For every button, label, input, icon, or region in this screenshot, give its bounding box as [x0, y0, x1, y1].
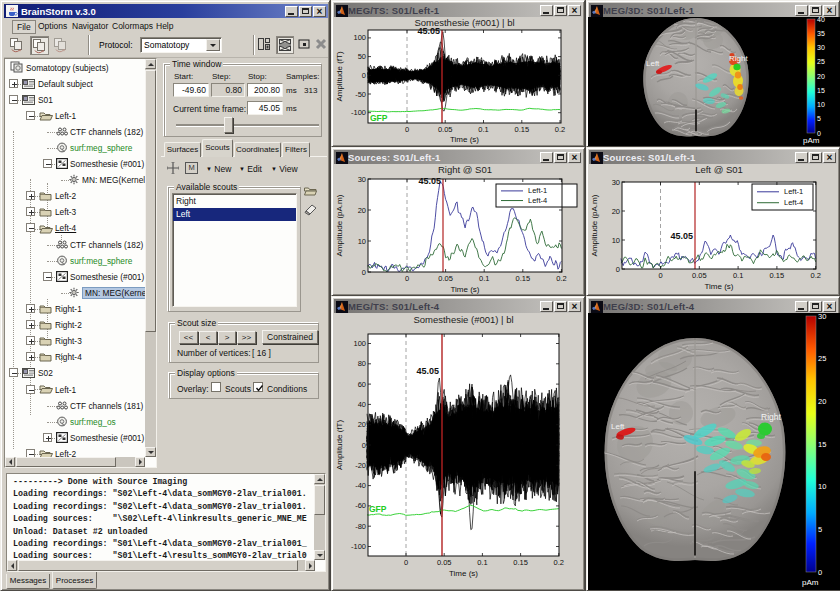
- svg-text:0.15: 0.15: [770, 271, 785, 280]
- svg-text:40: 40: [817, 17, 825, 23]
- svg-text:Somesthesie (#001) | bl: Somesthesie (#001) | bl: [413, 314, 513, 325]
- svg-text:0: 0: [405, 274, 409, 283]
- svg-text:0.1: 0.1: [733, 271, 743, 280]
- svg-text:Amplitude (fT): Amplitude (fT): [335, 51, 344, 102]
- svg-text:45.05: 45.05: [416, 366, 439, 376]
- svg-text:Left-1: Left-1: [784, 187, 803, 196]
- svg-text:0.05: 0.05: [437, 558, 452, 567]
- svg-text:80: 80: [358, 359, 366, 368]
- svg-text:15: 15: [817, 87, 825, 94]
- svg-text:0: 0: [362, 441, 366, 450]
- svg-text:40: 40: [358, 400, 366, 409]
- svg-text:30: 30: [818, 313, 826, 321]
- svg-text:0: 0: [658, 271, 662, 280]
- svg-text:30: 30: [612, 178, 620, 187]
- svg-text:0: 0: [616, 265, 620, 274]
- svg-text:0.2: 0.2: [556, 274, 566, 283]
- svg-text:0.1: 0.1: [477, 558, 487, 567]
- svg-text:Time (s): Time (s): [704, 282, 733, 291]
- svg-text:0.2: 0.2: [555, 125, 565, 134]
- svg-text:20: 20: [358, 206, 366, 215]
- svg-text:15: 15: [818, 440, 826, 449]
- svg-text:100: 100: [353, 339, 366, 348]
- svg-text:0: 0: [405, 125, 409, 134]
- svg-text:45.05: 45.05: [670, 231, 693, 241]
- svg-text:10: 10: [358, 237, 366, 246]
- svg-text:Amplitude (fT): Amplitude (fT): [335, 420, 344, 471]
- svg-text:0.05: 0.05: [438, 125, 453, 134]
- svg-text:30: 30: [817, 44, 825, 51]
- svg-text:0: 0: [404, 558, 408, 567]
- svg-text:10: 10: [817, 101, 825, 108]
- svg-text:-20: -20: [355, 461, 366, 470]
- svg-text:GFP: GFP: [369, 504, 387, 514]
- svg-text:0.05: 0.05: [438, 274, 453, 283]
- svg-text:45.05: 45.05: [418, 176, 441, 186]
- svg-text:5: 5: [817, 115, 821, 122]
- svg-text:-80: -80: [355, 522, 366, 531]
- svg-text:20: 20: [612, 207, 620, 216]
- svg-text:-100: -100: [351, 542, 366, 551]
- svg-text:Left: Left: [646, 59, 660, 68]
- svg-text:Left-4: Left-4: [528, 196, 547, 205]
- svg-text:20: 20: [818, 397, 826, 406]
- svg-text:Right: Right: [729, 54, 748, 63]
- svg-text:Time (s): Time (s): [449, 569, 478, 578]
- svg-text:Left-4: Left-4: [784, 198, 803, 207]
- svg-text:30: 30: [358, 175, 366, 184]
- svg-text:0: 0: [362, 71, 366, 80]
- svg-text:0.05: 0.05: [692, 271, 707, 280]
- svg-text:60: 60: [358, 380, 366, 389]
- svg-text:Right: Right: [761, 412, 781, 422]
- svg-text:0.15: 0.15: [514, 125, 529, 134]
- svg-text:10: 10: [818, 482, 826, 491]
- svg-text:25: 25: [817, 58, 825, 65]
- svg-text:20: 20: [817, 73, 825, 80]
- svg-text:-50: -50: [355, 90, 366, 99]
- svg-text:0.1: 0.1: [478, 125, 488, 134]
- svg-text:Somesthesie (#001) | bl: Somesthesie (#001) | bl: [414, 17, 514, 28]
- svg-text:Amplitude (pA.m): Amplitude (pA.m): [335, 194, 344, 256]
- svg-text:0.2: 0.2: [810, 271, 820, 280]
- svg-text:Left-1: Left-1: [528, 186, 547, 195]
- svg-text:0.2: 0.2: [554, 558, 564, 567]
- svg-text:5: 5: [818, 525, 822, 534]
- svg-text:0: 0: [362, 268, 366, 277]
- svg-text:20: 20: [358, 420, 366, 429]
- svg-text:-100: -100: [351, 108, 366, 117]
- svg-text:0.15: 0.15: [513, 558, 528, 567]
- svg-text:0.15: 0.15: [515, 274, 530, 283]
- svg-text:Right @ S01: Right @ S01: [438, 164, 492, 175]
- svg-text:Time (s): Time (s): [450, 285, 479, 294]
- svg-text:Time (s): Time (s): [450, 135, 479, 144]
- svg-text:25: 25: [818, 354, 826, 363]
- svg-text:GFP: GFP: [370, 113, 388, 123]
- svg-text:pAm: pAm: [802, 578, 819, 587]
- svg-text:50: 50: [358, 52, 366, 61]
- svg-text:100: 100: [353, 33, 366, 42]
- svg-text:35: 35: [817, 30, 825, 37]
- svg-text:10: 10: [612, 236, 620, 245]
- svg-text:-40: -40: [355, 481, 366, 490]
- svg-text:Left: Left: [611, 422, 625, 431]
- svg-text:0: 0: [818, 568, 822, 577]
- svg-text:Amplitude (pA.m): Amplitude (pA.m): [590, 194, 599, 256]
- svg-text:Left @ S01: Left @ S01: [695, 164, 743, 175]
- svg-text:-60: -60: [355, 501, 366, 510]
- svg-text:pAm: pAm: [803, 136, 820, 145]
- svg-text:0.1: 0.1: [479, 274, 489, 283]
